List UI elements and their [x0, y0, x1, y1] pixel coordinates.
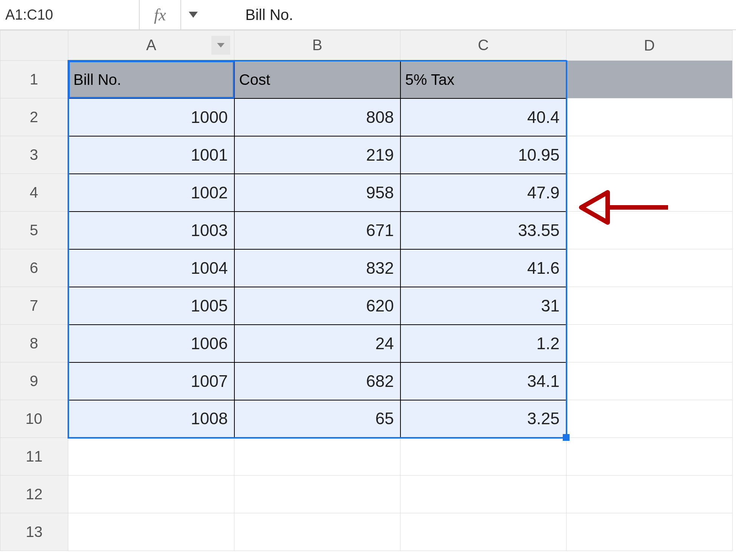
cell-C4[interactable]: 47.9 [400, 174, 567, 212]
cell-C3[interactable]: 10.95 [400, 136, 567, 174]
formula-bar: fx Bill No. [0, 0, 736, 30]
row-header[interactable]: 1 [0, 61, 68, 98]
row-header[interactable]: 6 [0, 249, 68, 287]
cell-C6[interactable]: 41.6 [400, 249, 567, 287]
cell-B3[interactable]: 219 [234, 136, 400, 174]
column-label: C [478, 37, 489, 53]
cell-D2[interactable] [567, 98, 733, 136]
cell-C1[interactable]: 5% Tax [400, 61, 567, 98]
cell-B9[interactable]: 682 [234, 362, 400, 400]
cell-D7[interactable] [567, 287, 733, 325]
row-header[interactable]: 3 [0, 136, 68, 174]
column-header-C[interactable]: C [400, 31, 567, 61]
cell-D9[interactable] [567, 362, 733, 400]
row-header[interactable]: 8 [0, 325, 68, 362]
cell-D13[interactable] [567, 513, 733, 551]
cell-A11[interactable] [68, 438, 234, 476]
selection-handle-icon[interactable] [563, 434, 570, 441]
cell-B13[interactable] [234, 513, 400, 551]
column-label: A [146, 37, 156, 53]
cell-C8[interactable]: 1.2 [400, 325, 567, 362]
column-header-D[interactable]: D [567, 31, 733, 61]
cell-D4[interactable] [567, 174, 733, 212]
cell-A4[interactable]: 1002 [68, 174, 234, 212]
row-header[interactable]: 10 [0, 400, 68, 438]
cell-D3[interactable] [567, 136, 733, 174]
column-label: B [312, 37, 322, 53]
cell-D11[interactable] [567, 438, 733, 476]
cell-B11[interactable] [234, 438, 400, 476]
cell-C11[interactable] [400, 438, 567, 476]
cell-A5[interactable]: 1003 [68, 212, 234, 249]
cell-C5[interactable]: 33.55 [400, 212, 567, 249]
filter-icon[interactable] [211, 36, 230, 55]
cell-B8[interactable]: 24 [234, 325, 400, 362]
row-header[interactable]: 2 [0, 98, 68, 136]
cell-A7[interactable]: 1005 [68, 287, 234, 325]
cell-D12[interactable] [567, 476, 733, 513]
row-header[interactable]: 12 [0, 476, 68, 513]
cell-A6[interactable]: 1004 [68, 249, 234, 287]
cell-B1[interactable]: Cost [234, 61, 400, 98]
row-header[interactable]: 4 [0, 174, 68, 212]
cell-B2[interactable]: 808 [234, 98, 400, 136]
cell-A10[interactable]: 1008 [68, 400, 234, 438]
chevron-down-icon [217, 43, 225, 48]
cell-C7[interactable]: 31 [400, 287, 567, 325]
fx-label: fx [140, 0, 181, 29]
column-header-B[interactable]: B [234, 31, 400, 61]
cell-B4[interactable]: 958 [234, 174, 400, 212]
cell-value: 3.25 [527, 409, 560, 428]
cell-D5[interactable] [567, 212, 733, 249]
cell-B6[interactable]: 832 [234, 249, 400, 287]
row-header[interactable]: 7 [0, 287, 68, 325]
cell-A1[interactable]: Bill No. [68, 61, 234, 98]
cell-A2[interactable]: 1000 [68, 98, 234, 136]
column-header-A[interactable]: A [68, 31, 234, 61]
name-box[interactable] [0, 0, 140, 29]
cell-D8[interactable] [567, 325, 733, 362]
cell-A9[interactable]: 1007 [68, 362, 234, 400]
row-header[interactable]: 9 [0, 362, 68, 400]
cell-A12[interactable] [68, 476, 234, 513]
row-header[interactable]: 11 [0, 438, 68, 476]
column-label: D [644, 37, 655, 54]
cell-C13[interactable] [400, 513, 567, 551]
cell-A3[interactable]: 1001 [68, 136, 234, 174]
cell-D1[interactable] [567, 61, 733, 98]
cell-D6[interactable] [567, 249, 733, 287]
cell-C2[interactable]: 40.4 [400, 98, 567, 136]
select-all-corner[interactable] [0, 31, 68, 61]
cell-B5[interactable]: 671 [234, 212, 400, 249]
cell-C10[interactable]: 3.25 [400, 400, 567, 438]
formula-input[interactable]: Bill No. [181, 0, 736, 29]
cell-A8[interactable]: 1006 [68, 325, 234, 362]
cell-A13[interactable] [68, 513, 234, 551]
cell-C9[interactable]: 34.1 [400, 362, 567, 400]
cell-B12[interactable] [234, 476, 400, 513]
cell-D10[interactable] [567, 400, 733, 438]
row-header[interactable]: 5 [0, 212, 68, 249]
row-header[interactable]: 13 [0, 513, 68, 551]
cell-B7[interactable]: 620 [234, 287, 400, 325]
cell-C12[interactable] [400, 476, 567, 513]
cell-B10[interactable]: 65 [234, 400, 400, 438]
spreadsheet-grid[interactable]: A B C D 1 Bill No. Cost 5% Tax 2 1000 80… [0, 30, 733, 551]
